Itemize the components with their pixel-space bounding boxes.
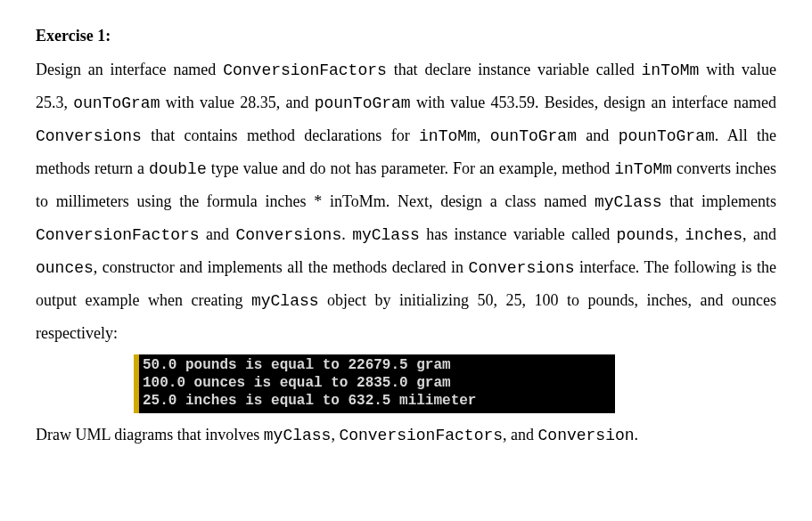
console-output-block: 50.0 pounds is equal to 22679.5 gram 100… <box>134 354 615 413</box>
text-run: , <box>477 126 490 144</box>
code-run: Conversions <box>36 127 142 145</box>
code-run: ounToGram <box>73 94 160 112</box>
code-run: myClass <box>251 292 319 310</box>
text-run: . <box>341 225 352 243</box>
text-run: , <box>674 225 685 243</box>
text-run: that declare instance variable called <box>387 61 642 78</box>
text-run: , constructor and implements all the met… <box>94 258 469 276</box>
text-run: has instance variable called <box>420 225 617 243</box>
code-run: Conversion <box>538 427 635 444</box>
code-run: double <box>149 160 207 178</box>
console-line: 25.0 inches is equal to 632.5 milimeter <box>143 392 611 410</box>
code-run: ConversionFactors <box>36 226 200 244</box>
text-run: with value 453.59. Besides, design an in… <box>411 94 776 111</box>
text-run: Draw UML diagrams that involves <box>36 426 264 444</box>
code-run: myClass <box>352 226 420 244</box>
code-run: inToMm <box>419 127 477 145</box>
text-run: type value and do not has parameter. For… <box>207 159 615 177</box>
text-run: with value 28.35, and <box>160 94 314 111</box>
code-run: pounToGram <box>315 94 411 112</box>
code-run: myClass <box>595 193 662 211</box>
code-run: inToMm <box>642 61 700 79</box>
console-line: 100.0 ounces is equal to 2835.0 gram <box>143 374 611 392</box>
code-run: myClass <box>264 427 332 444</box>
code-run: pounds <box>617 226 675 244</box>
console-line: 50.0 pounds is equal to 22679.5 gram <box>143 356 611 374</box>
code-run: pounToGram <box>619 127 715 145</box>
text-run: Design an interface named <box>36 61 223 78</box>
text-run: that contains method declarations for <box>142 126 419 144</box>
exercise-heading: Exercise 1: <box>36 20 776 52</box>
console-output: 50.0 pounds is equal to 22679.5 gram 100… <box>134 354 615 413</box>
text-run: and <box>200 225 236 243</box>
code-run: inToMm <box>614 160 672 178</box>
text-run: , and <box>742 225 776 243</box>
document-page: Exercise 1: Design an interface named Co… <box>0 0 812 452</box>
code-run: Conversions <box>469 259 575 277</box>
code-run: ConversionFactors <box>339 427 503 444</box>
text-run: and <box>577 126 619 144</box>
code-run: Conversions <box>235 226 341 244</box>
code-run: ounToGram <box>490 127 577 145</box>
code-run: ConversionFactors <box>223 61 387 79</box>
text-run: that implements <box>662 192 776 210</box>
text-run: , and <box>503 426 538 444</box>
uml-instruction-paragraph: Draw UML diagrams that involves myClass,… <box>36 419 776 452</box>
exercise-body-paragraph: Design an interface named ConversionFact… <box>36 53 776 349</box>
code-run: inches <box>685 226 742 244</box>
text-run: . <box>635 426 639 444</box>
code-run: ounces <box>36 259 94 277</box>
